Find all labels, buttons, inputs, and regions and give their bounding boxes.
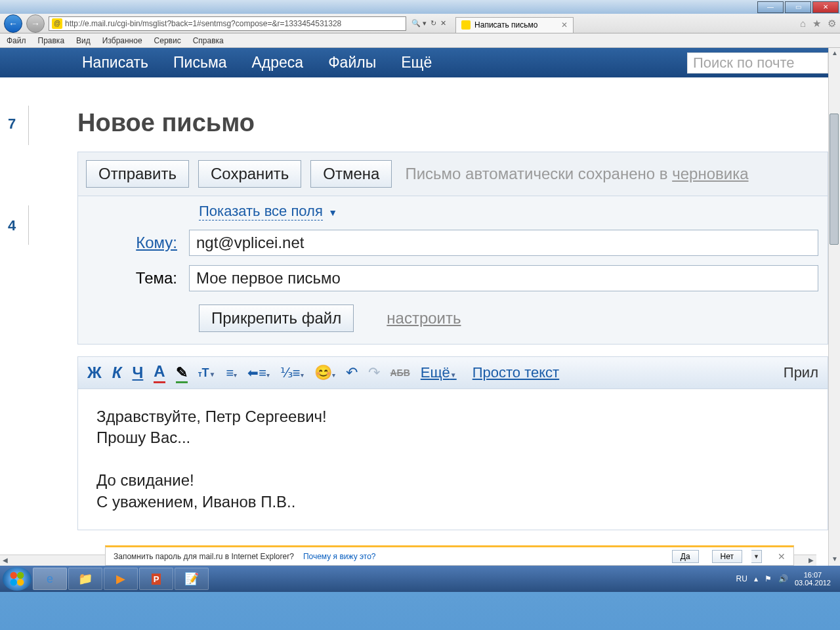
align-button[interactable]: ≡▾ bbox=[226, 366, 237, 381]
powerpoint-icon: P bbox=[152, 574, 161, 585]
minimize-button[interactable]: — bbox=[757, 1, 784, 13]
search-dropdown-icon[interactable]: 🔍 ▾ bbox=[411, 19, 427, 28]
configure-link[interactable]: настроить bbox=[387, 309, 461, 327]
svg-point-3 bbox=[17, 579, 24, 585]
infobar-yes-button[interactable]: Да bbox=[672, 550, 699, 563]
scroll-right-icon[interactable]: ▶ bbox=[808, 556, 814, 564]
drafts-link[interactable]: черновика bbox=[672, 165, 748, 182]
infobar-no-button[interactable]: Нет bbox=[712, 550, 742, 563]
browser-navbar: ← → @ http://e.mail.ru/cgi-bin/msglist?b… bbox=[0, 14, 840, 33]
folder-icon: 📁 bbox=[78, 572, 93, 586]
emoji-button[interactable]: 😊▾ bbox=[314, 364, 335, 381]
media-icon: ▶ bbox=[116, 572, 125, 586]
system-tray: RU ▴ ⚑ 🔊 16:07 03.04.2012 bbox=[736, 571, 837, 587]
nav-more[interactable]: Ещё bbox=[401, 54, 432, 72]
page-viewport: Написать Письма Адреса Файлы Ещё Поиск п… bbox=[0, 48, 840, 566]
highlight-button[interactable]: ✎ bbox=[176, 364, 188, 381]
tray-show-hidden-icon[interactable]: ▴ bbox=[754, 574, 758, 583]
back-button[interactable]: ← bbox=[4, 14, 22, 33]
indent-button[interactable]: ⬅≡▾ bbox=[247, 365, 270, 381]
to-input[interactable] bbox=[189, 230, 818, 256]
undo-button[interactable]: ↶ bbox=[346, 364, 358, 381]
nav-addresses[interactable]: Адреса bbox=[251, 54, 303, 72]
cancel-button[interactable]: Отмена bbox=[310, 160, 392, 188]
menu-view[interactable]: Вид bbox=[76, 36, 91, 45]
password-infobar: Запомнить пароль для mail.ru в Internet … bbox=[105, 545, 794, 566]
subject-label: Тема: bbox=[87, 269, 189, 287]
refresh-icon[interactable]: ↻ bbox=[430, 19, 436, 28]
attach-file-button[interactable]: Прикрепить файл bbox=[199, 304, 354, 332]
favicon-icon: @ bbox=[52, 18, 62, 29]
tab-close-icon[interactable]: ✕ bbox=[561, 20, 568, 30]
nav-compose[interactable]: Написать bbox=[82, 54, 148, 72]
tools-icon[interactable]: ⚙ bbox=[828, 18, 836, 30]
menu-tools[interactable]: Сервис bbox=[154, 36, 181, 45]
browser-tab[interactable]: Написать письмо ✕ bbox=[455, 17, 574, 33]
menu-favorites[interactable]: Избранное bbox=[102, 36, 142, 45]
close-button[interactable]: ✕ bbox=[812, 1, 839, 13]
page-title: Новое письмо bbox=[77, 109, 828, 137]
plain-text-link[interactable]: Просто текст bbox=[472, 364, 559, 381]
compose-fields: Показать все поля ▼ Кому: Тема: Прикрепи… bbox=[77, 196, 828, 345]
favorites-icon[interactable]: ★ bbox=[812, 18, 821, 30]
infobar-text: Запомнить пароль для mail.ru в Internet … bbox=[114, 552, 294, 561]
infobar-dropdown-icon[interactable]: ▼ bbox=[751, 550, 762, 563]
address-controls: 🔍 ▾ ↻ ✕ bbox=[411, 19, 446, 28]
autosave-notice: Письмо автоматически сохранено в чернови… bbox=[405, 165, 748, 183]
taskbar-media[interactable]: ▶ bbox=[104, 568, 138, 590]
message-body[interactable]: Здравствуйте, Петр Сергеевич! Прошу Вас.… bbox=[77, 389, 828, 530]
font-size-button[interactable]: тT▼ bbox=[198, 366, 216, 380]
menu-help[interactable]: Справка bbox=[193, 36, 224, 45]
taskbar-powerpoint[interactable]: P bbox=[139, 568, 173, 590]
list-button[interactable]: ⅓≡▾ bbox=[280, 365, 304, 381]
bold-button[interactable]: Ж bbox=[87, 364, 102, 382]
vertical-scrollbar[interactable]: ▲ ▼ bbox=[828, 48, 840, 566]
start-button[interactable] bbox=[3, 567, 32, 591]
font-color-button[interactable]: А bbox=[154, 362, 165, 383]
to-label[interactable]: Кому: bbox=[87, 234, 189, 252]
editor-toolbar: Ж К Ч А ✎ тT▼ ≡▾ ⬅≡▾ ⅓≡▾ 😊▾ ↶ ↷ АБВ Ещё▼… bbox=[77, 356, 828, 389]
ie-icon: e bbox=[47, 572, 53, 586]
toolbar-more-link[interactable]: Ещё▼ bbox=[421, 364, 457, 381]
window-titlebar: — ▭ ✕ bbox=[0, 0, 840, 14]
tray-flag-icon[interactable]: ⚑ bbox=[765, 574, 772, 583]
send-button[interactable]: Отправить bbox=[86, 160, 189, 188]
menu-edit[interactable]: Правка bbox=[38, 36, 65, 45]
scroll-left-icon[interactable]: ◀ bbox=[3, 556, 8, 564]
gutter-divider bbox=[28, 106, 29, 145]
slide-thumb-number: 7 bbox=[8, 116, 16, 133]
nav-letters[interactable]: Письма bbox=[173, 54, 226, 72]
gutter-divider bbox=[28, 205, 29, 245]
infobar-why-link[interactable]: Почему я вижу это? bbox=[303, 552, 376, 561]
tray-volume-icon[interactable]: 🔊 bbox=[778, 574, 788, 583]
svg-point-1 bbox=[17, 572, 24, 579]
menu-file[interactable]: Файл bbox=[7, 36, 26, 45]
subject-input[interactable] bbox=[189, 265, 818, 291]
scroll-thumb[interactable] bbox=[830, 114, 839, 245]
strikethrough-button[interactable]: АБВ bbox=[390, 368, 410, 378]
stop-icon[interactable]: ✕ bbox=[440, 19, 446, 28]
redo-button[interactable]: ↷ bbox=[368, 364, 380, 381]
mail-search-input[interactable]: Поиск по почте bbox=[687, 52, 828, 74]
scroll-up-icon[interactable]: ▲ bbox=[830, 49, 839, 58]
italic-button[interactable]: К bbox=[112, 364, 122, 382]
underline-button[interactable]: Ч bbox=[132, 364, 143, 382]
address-bar[interactable]: @ http://e.mail.ru/cgi-bin/msglist?back=… bbox=[49, 16, 406, 31]
maximize-button[interactable]: ▭ bbox=[785, 1, 811, 13]
taskbar-app[interactable]: 📝 bbox=[175, 568, 209, 590]
save-button[interactable]: Сохранить bbox=[198, 160, 301, 188]
caret-down-icon: ▼ bbox=[328, 207, 337, 218]
forward-button[interactable]: → bbox=[26, 14, 45, 33]
taskbar-ie[interactable]: e bbox=[33, 568, 67, 590]
show-all-fields-link[interactable]: Показать все поля bbox=[199, 203, 323, 220]
mail-topnav: Написать Письма Адреса Файлы Ещё Поиск п… bbox=[0, 48, 828, 77]
taskbar-explorer[interactable]: 📁 bbox=[68, 568, 102, 590]
infobar-close-icon[interactable]: ✕ bbox=[778, 551, 786, 562]
tray-clock[interactable]: 16:07 03.04.2012 bbox=[795, 571, 831, 587]
tab-favicon-icon bbox=[461, 20, 471, 30]
tray-lang[interactable]: RU bbox=[736, 574, 747, 583]
scroll-down-icon[interactable]: ▼ bbox=[830, 555, 839, 564]
attachments-label: Прил bbox=[784, 364, 818, 381]
home-icon[interactable]: ⌂ bbox=[800, 18, 806, 30]
nav-files[interactable]: Файлы bbox=[328, 54, 376, 72]
